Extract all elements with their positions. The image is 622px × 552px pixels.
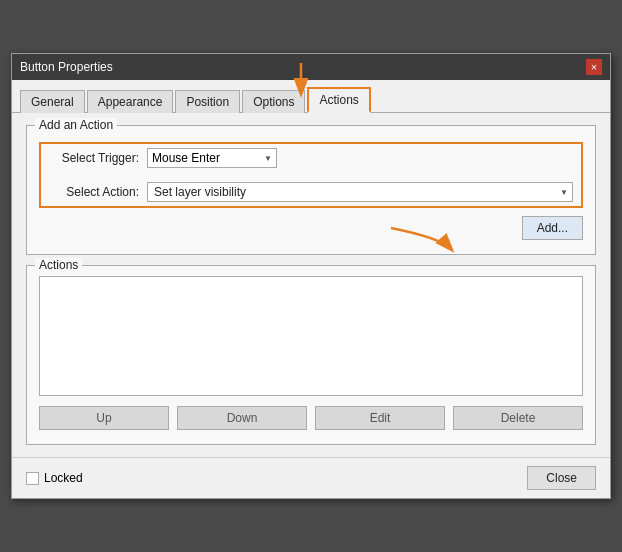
tab-general[interactable]: General bbox=[20, 90, 85, 113]
locked-row: Locked bbox=[26, 471, 83, 485]
tabs-bar: General Appearance Position Options Acti… bbox=[12, 80, 610, 113]
actions-list bbox=[39, 276, 583, 396]
content-area: Add an Action Select Trigger: Mouse Ente… bbox=[12, 113, 610, 457]
tab-options[interactable]: Options bbox=[242, 90, 305, 113]
close-icon[interactable]: × bbox=[586, 59, 602, 75]
action-label: Select Action: bbox=[49, 185, 139, 199]
edit-button[interactable]: Edit bbox=[315, 406, 445, 430]
tab-position[interactable]: Position bbox=[175, 90, 240, 113]
down-button[interactable]: Down bbox=[177, 406, 307, 430]
tab-appearance[interactable]: Appearance bbox=[87, 90, 174, 113]
locked-label: Locked bbox=[44, 471, 83, 485]
close-dialog-button[interactable]: Close bbox=[527, 466, 596, 490]
add-action-group: Add an Action Select Trigger: Mouse Ente… bbox=[26, 125, 596, 255]
action-value: Set layer visibility bbox=[154, 185, 566, 199]
actions-buttons-row: Up Down Edit Delete bbox=[39, 406, 583, 430]
add-button[interactable]: Add... bbox=[522, 216, 583, 240]
delete-button[interactable]: Delete bbox=[453, 406, 583, 430]
trigger-action-box: Select Trigger: Mouse Enter Mouse Exit M… bbox=[39, 142, 583, 208]
trigger-row: Select Trigger: Mouse Enter Mouse Exit M… bbox=[49, 148, 573, 168]
up-button[interactable]: Up bbox=[39, 406, 169, 430]
tab-actions[interactable]: Actions bbox=[307, 87, 370, 113]
action-row: Select Action: Set layer visibility bbox=[49, 182, 573, 202]
action-select-wrapper[interactable]: Set layer visibility bbox=[147, 182, 573, 202]
locked-checkbox[interactable] bbox=[26, 472, 39, 485]
button-properties-dialog: Button Properties × General Appearance P… bbox=[11, 53, 611, 499]
trigger-select[interactable]: Mouse Enter Mouse Exit Mouse Down Mouse … bbox=[152, 151, 241, 165]
actions-group-title: Actions bbox=[35, 258, 82, 272]
bottom-bar: Locked Close bbox=[12, 457, 610, 498]
add-action-title: Add an Action bbox=[35, 118, 117, 132]
dialog-title: Button Properties bbox=[20, 60, 113, 74]
actions-group: Actions Up Down Edit Delete bbox=[26, 265, 596, 445]
trigger-select-wrapper[interactable]: Mouse Enter Mouse Exit Mouse Down Mouse … bbox=[147, 148, 277, 168]
trigger-label: Select Trigger: bbox=[49, 151, 139, 165]
title-bar: Button Properties × bbox=[12, 54, 610, 80]
